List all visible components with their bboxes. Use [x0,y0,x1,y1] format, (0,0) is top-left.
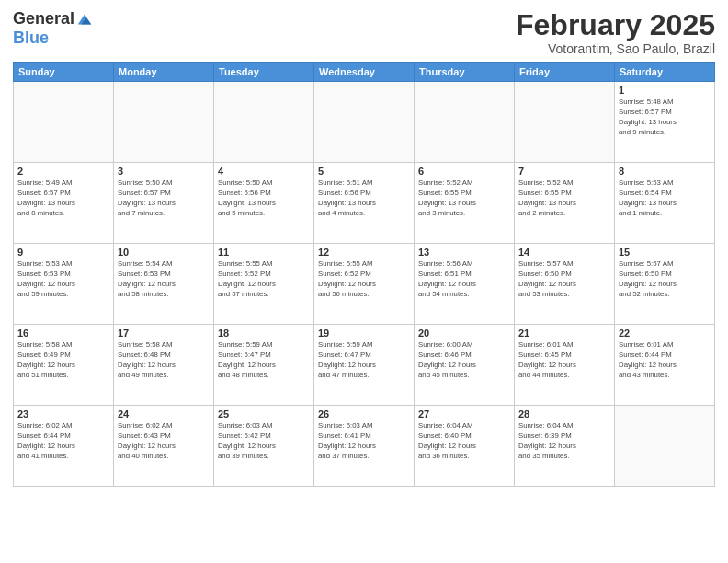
day-info: Sunrise: 5:57 AM Sunset: 6:50 PM Dayligh… [518,259,610,300]
week-row-3: 16Sunrise: 5:58 AM Sunset: 6:49 PM Dayli… [14,325,715,406]
header: General Blue February 2025 Votorantim, S… [13,9,715,56]
col-thursday: Thursday [415,63,515,82]
day-info: Sunrise: 5:48 AM Sunset: 6:57 PM Dayligh… [619,98,711,138]
day-info: Sunrise: 6:02 AM Sunset: 6:44 PM Dayligh… [17,421,109,462]
day-info: Sunrise: 6:03 AM Sunset: 6:41 PM Dayligh… [318,421,410,462]
day-number: 22 [619,327,711,339]
day-info: Sunrise: 6:04 AM Sunset: 6:40 PM Dayligh… [418,421,510,462]
table-row: 19Sunrise: 5:59 AM Sunset: 6:47 PM Dayli… [314,325,415,406]
day-info: Sunrise: 5:53 AM Sunset: 6:54 PM Dayligh… [619,178,711,219]
logo: General Blue [13,9,93,48]
table-row: 26Sunrise: 6:03 AM Sunset: 6:41 PM Dayli… [314,406,415,487]
day-info: Sunrise: 5:50 AM Sunset: 6:56 PM Dayligh… [218,178,310,219]
day-number: 23 [17,408,109,419]
table-row: 20Sunrise: 6:00 AM Sunset: 6:46 PM Dayli… [415,325,515,406]
day-info: Sunrise: 6:01 AM Sunset: 6:44 PM Dayligh… [619,340,711,381]
table-row: 5Sunrise: 5:51 AM Sunset: 6:56 PM Daylig… [314,163,415,244]
table-row [515,82,615,163]
page: General Blue February 2025 Votorantim, S… [0,0,728,563]
table-row [615,406,715,487]
logo-icon [76,11,93,28]
day-info: Sunrise: 5:59 AM Sunset: 6:47 PM Dayligh… [318,340,410,381]
day-info: Sunrise: 5:54 AM Sunset: 6:53 PM Dayligh… [118,259,210,300]
table-row [314,82,415,163]
day-number: 14 [518,247,610,258]
location: Votorantim, Sao Paulo, Brazil [516,41,715,56]
table-row: 22Sunrise: 6:01 AM Sunset: 6:44 PM Dayli… [615,325,715,406]
day-number: 8 [619,166,711,177]
table-row: 10Sunrise: 5:54 AM Sunset: 6:53 PM Dayli… [114,244,214,325]
day-number: 18 [218,327,310,339]
day-number: 21 [518,327,610,339]
table-row: 13Sunrise: 5:56 AM Sunset: 6:51 PM Dayli… [415,244,515,325]
col-sunday: Sunday [14,63,114,82]
week-row-2: 9Sunrise: 5:53 AM Sunset: 6:53 PM Daylig… [14,244,715,325]
day-info: Sunrise: 6:03 AM Sunset: 6:42 PM Dayligh… [218,421,310,462]
table-row: 28Sunrise: 6:04 AM Sunset: 6:39 PM Dayli… [515,406,615,487]
day-number: 24 [118,408,210,419]
day-number: 7 [518,166,610,177]
calendar-table: Sunday Monday Tuesday Wednesday Thursday… [13,62,715,487]
day-info: Sunrise: 5:49 AM Sunset: 6:57 PM Dayligh… [17,178,109,219]
table-row: 12Sunrise: 5:55 AM Sunset: 6:52 PM Dayli… [314,244,415,325]
day-number: 13 [418,247,510,258]
day-info: Sunrise: 5:50 AM Sunset: 6:57 PM Dayligh… [118,178,210,219]
day-info: Sunrise: 6:02 AM Sunset: 6:43 PM Dayligh… [118,421,210,462]
table-row [114,82,214,163]
month-title: February 2025 [516,9,715,41]
table-row: 4Sunrise: 5:50 AM Sunset: 6:56 PM Daylig… [214,163,314,244]
col-monday: Monday [114,63,214,82]
col-friday: Friday [515,63,615,82]
table-row: 14Sunrise: 5:57 AM Sunset: 6:50 PM Dayli… [515,244,615,325]
table-row: 21Sunrise: 6:01 AM Sunset: 6:45 PM Dayli… [515,325,615,406]
day-number: 6 [418,166,510,177]
table-row: 7Sunrise: 5:52 AM Sunset: 6:55 PM Daylig… [515,163,615,244]
day-number: 4 [218,166,310,177]
table-row: 15Sunrise: 5:57 AM Sunset: 6:50 PM Dayli… [615,244,715,325]
day-number: 26 [318,408,410,419]
day-number: 17 [118,327,210,339]
day-info: Sunrise: 6:00 AM Sunset: 6:46 PM Dayligh… [418,340,510,381]
day-number: 9 [17,247,109,258]
table-row: 23Sunrise: 6:02 AM Sunset: 6:44 PM Dayli… [14,406,114,487]
table-row: 1Sunrise: 5:48 AM Sunset: 6:57 PM Daylig… [615,82,715,163]
table-row [415,82,515,163]
day-number: 27 [418,408,510,419]
week-row-1: 2Sunrise: 5:49 AM Sunset: 6:57 PM Daylig… [14,163,715,244]
table-row: 8Sunrise: 5:53 AM Sunset: 6:54 PM Daylig… [615,163,715,244]
day-info: Sunrise: 6:04 AM Sunset: 6:39 PM Dayligh… [518,421,610,462]
table-row: 9Sunrise: 5:53 AM Sunset: 6:53 PM Daylig… [14,244,114,325]
day-number: 11 [218,247,310,258]
day-number: 15 [619,247,711,258]
day-info: Sunrise: 5:57 AM Sunset: 6:50 PM Dayligh… [619,259,711,300]
day-number: 3 [118,166,210,177]
day-info: Sunrise: 5:52 AM Sunset: 6:55 PM Dayligh… [418,178,510,219]
logo-general-text: General [13,9,74,29]
table-row: 18Sunrise: 5:59 AM Sunset: 6:47 PM Dayli… [214,325,314,406]
day-info: Sunrise: 5:58 AM Sunset: 6:49 PM Dayligh… [17,340,109,381]
day-info: Sunrise: 5:55 AM Sunset: 6:52 PM Dayligh… [218,259,310,300]
week-row-0: 1Sunrise: 5:48 AM Sunset: 6:57 PM Daylig… [14,82,715,163]
day-number: 12 [318,247,410,258]
week-row-4: 23Sunrise: 6:02 AM Sunset: 6:44 PM Dayli… [14,406,715,487]
day-number: 28 [518,408,610,419]
day-number: 25 [218,408,310,419]
table-row: 2Sunrise: 5:49 AM Sunset: 6:57 PM Daylig… [14,163,114,244]
day-number: 16 [17,327,109,339]
day-info: Sunrise: 5:51 AM Sunset: 6:56 PM Dayligh… [318,178,410,219]
calendar-header-row: Sunday Monday Tuesday Wednesday Thursday… [14,63,715,82]
day-number: 5 [318,166,410,177]
day-info: Sunrise: 6:01 AM Sunset: 6:45 PM Dayligh… [518,340,610,381]
table-row: 3Sunrise: 5:50 AM Sunset: 6:57 PM Daylig… [114,163,214,244]
col-saturday: Saturday [615,63,715,82]
day-number: 1 [619,85,711,96]
logo-blue-text: Blue [13,29,49,48]
table-row: 17Sunrise: 5:58 AM Sunset: 6:48 PM Dayli… [114,325,214,406]
day-info: Sunrise: 5:58 AM Sunset: 6:48 PM Dayligh… [118,340,210,381]
day-number: 2 [17,166,109,177]
day-number: 20 [418,327,510,339]
day-info: Sunrise: 5:56 AM Sunset: 6:51 PM Dayligh… [418,259,510,300]
table-row: 27Sunrise: 6:04 AM Sunset: 6:40 PM Dayli… [415,406,515,487]
col-tuesday: Tuesday [214,63,314,82]
day-number: 10 [118,247,210,258]
